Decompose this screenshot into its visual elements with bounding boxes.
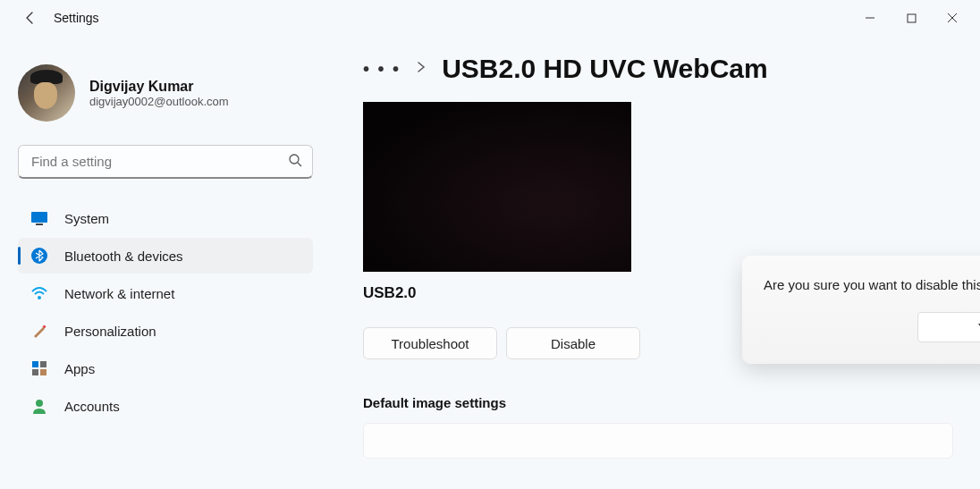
section-default-image: Default image settings xyxy=(363,395,953,410)
breadcrumb-more[interactable]: • • • xyxy=(363,59,401,80)
nav-label: Network & internet xyxy=(64,286,174,301)
breadcrumb: • • • USB2.0 HD UVC WebCam xyxy=(363,54,953,84)
nav-label: Apps xyxy=(64,361,95,376)
svg-line-3 xyxy=(298,163,301,166)
confirm-dialog: Are you sure you want to disable this de… xyxy=(742,256,980,364)
svg-rect-11 xyxy=(32,369,38,375)
nav-item-bluetooth[interactable]: Bluetooth & devices xyxy=(18,238,313,274)
svg-rect-10 xyxy=(40,361,46,367)
svg-rect-9 xyxy=(32,361,38,367)
accounts-icon xyxy=(30,397,48,415)
nav-item-personalization[interactable]: Personalization xyxy=(18,313,313,349)
personalization-icon xyxy=(30,322,48,340)
minimize-button[interactable] xyxy=(849,4,891,32)
maximize-button[interactable] xyxy=(891,4,932,32)
sidebar: Digvijay Kumar digvijay0002@outlook.com … xyxy=(0,36,322,489)
troubleshoot-button[interactable]: Troubleshoot xyxy=(363,327,497,359)
main-content: • • • USB2.0 HD UVC WebCam USB2.0 Troubl… xyxy=(322,36,980,489)
avatar xyxy=(18,64,75,122)
nav-label: Accounts xyxy=(64,399,120,414)
svg-point-2 xyxy=(290,155,299,164)
nav-item-system[interactable]: System xyxy=(18,200,313,236)
search-icon xyxy=(288,153,302,171)
apps-icon xyxy=(30,359,48,377)
svg-rect-5 xyxy=(36,223,43,225)
disable-button[interactable]: Disable xyxy=(506,327,640,359)
network-icon xyxy=(30,284,48,302)
svg-rect-4 xyxy=(31,212,47,223)
nav-label: System xyxy=(64,211,109,226)
search-wrap xyxy=(18,145,313,179)
page-title: USB2.0 HD UVC WebCam xyxy=(442,54,768,84)
settings-card[interactable] xyxy=(363,423,953,459)
svg-rect-12 xyxy=(40,369,46,375)
nav: System Bluetooth & devices Network & int… xyxy=(18,200,313,424)
svg-point-13 xyxy=(36,400,43,407)
system-icon xyxy=(30,209,48,227)
svg-rect-1 xyxy=(908,14,916,22)
close-button[interactable] xyxy=(932,4,973,32)
nav-label: Bluetooth & devices xyxy=(64,249,183,264)
nav-item-apps[interactable]: Apps xyxy=(18,350,313,386)
dialog-yes-button[interactable]: Yes xyxy=(917,312,980,342)
bluetooth-icon xyxy=(30,247,48,265)
window-title: Settings xyxy=(54,11,99,25)
titlebar: Settings xyxy=(0,0,980,36)
profile-block[interactable]: Digvijay Kumar digvijay0002@outlook.com xyxy=(18,54,313,139)
camera-preview xyxy=(363,102,631,272)
nav-item-network[interactable]: Network & internet xyxy=(18,275,313,311)
svg-point-7 xyxy=(38,296,41,299)
dialog-message: Are you sure you want to disable this de… xyxy=(764,277,980,292)
nav-label: Personalization xyxy=(64,324,156,339)
chevron-right-icon xyxy=(417,61,426,77)
nav-item-accounts[interactable]: Accounts xyxy=(18,388,313,424)
profile-email: digvijay0002@outlook.com xyxy=(89,95,229,108)
search-input[interactable] xyxy=(18,145,313,179)
profile-name: Digvijay Kumar xyxy=(89,79,229,95)
back-button[interactable] xyxy=(21,9,39,27)
